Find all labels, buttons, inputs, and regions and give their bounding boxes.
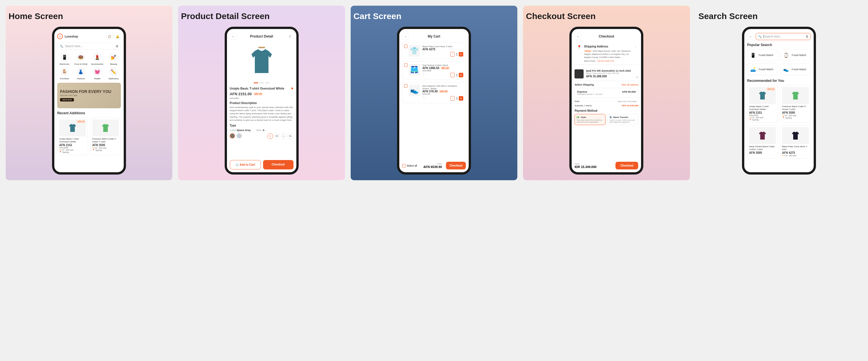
product-card[interactable]: 10% off Uniqlo Basic T-shirt Oversized W…	[747, 85, 778, 123]
product-price: AFN 3595	[749, 151, 776, 154]
category-grid: 📱Electronic🍩Food & Drink💄Accessories💅Bea…	[57, 53, 121, 80]
chevron-right-icon: ›	[635, 45, 636, 62]
star-icon: ★	[782, 114, 784, 117]
share-icon[interactable]: ⤴	[287, 33, 293, 40]
favorite-icon[interactable]: ♡	[422, 96, 425, 101]
size-option[interactable]: L	[281, 133, 287, 139]
order-item: Ipad Pro 6th Generation 11 inch 2022 Spa…	[575, 67, 638, 81]
note-input[interactable]: Type any message...	[617, 100, 639, 103]
qty-minus-button[interactable]: -	[450, 52, 455, 57]
total-label: Total	[420, 163, 442, 165]
star-icon: ★	[92, 147, 94, 149]
search-icon: 🔍	[758, 35, 762, 38]
order-name: Ipad Pro 6th Generation 11 inch 2022	[586, 69, 634, 72]
promo-banner[interactable]: FASHION FOR EVERY YOU Discover Your Styl…	[57, 83, 121, 108]
item-checkbox[interactable]	[404, 45, 408, 48]
product-card[interactable]: Freedom Band Collar P. Green T-shirt AFN…	[90, 118, 121, 155]
checkout-button[interactable]: Checkout	[615, 162, 638, 169]
add-to-cart-button[interactable]: 🛒 Add to Cart	[230, 160, 261, 169]
search-input[interactable]: 🔍 Search here... ☰	[57, 43, 121, 50]
swatch-light[interactable]	[237, 133, 242, 138]
shipping-price: AFN 50.000	[622, 90, 636, 93]
payment-cash[interactable]: 💵Cash Pay cash when the medicine arrives…	[575, 114, 606, 125]
category-item[interactable]: 💄Accessories	[90, 53, 105, 65]
notification-icon[interactable]: 📋	[106, 33, 113, 40]
color-value: Space Gray	[237, 129, 251, 132]
cart-item: 👟 New Balance 550 Men's Sneakers Shoes -…	[402, 82, 466, 103]
favorite-icon[interactable]: ♡	[422, 52, 425, 57]
category-label: Stationery	[108, 77, 119, 80]
shipping-estimate: Estimated arrival 9 - 10 June	[577, 93, 636, 95]
item-checkbox[interactable]	[404, 63, 408, 67]
product-price: AFN 2151	[749, 111, 776, 114]
address-title: Shipping Address	[584, 45, 633, 48]
checkout-button[interactable]: Checkout	[263, 160, 293, 169]
category-icon: 💓	[93, 67, 102, 76]
category-label: Health	[94, 77, 100, 80]
carousel-dots[interactable]	[230, 83, 293, 83]
product-card[interactable]: Black Plain Crew Neck T-shirt AFN 4275 ★…	[780, 125, 811, 159]
star-icon: ★	[59, 149, 61, 151]
old-price: AFN 2390	[59, 147, 86, 149]
popular-search-item[interactable]: 📱Fossil Watch	[747, 49, 778, 61]
shipping-address-card[interactable]: 📍 Shipping Address Home5678 Maple Avenue…	[575, 43, 638, 65]
search-input[interactable]: 🔍 Search here... ☰	[756, 33, 811, 40]
checkout-button[interactable]: Checkout	[446, 162, 466, 169]
back-icon[interactable]: ←	[402, 33, 409, 40]
back-icon[interactable]: ←	[230, 33, 237, 40]
popular-label: Fossil Watch	[759, 68, 773, 71]
payment-title: Payment Method	[575, 109, 638, 112]
bell-icon[interactable]: 🔔	[114, 33, 121, 40]
popular-search-item[interactable]: ⌚Fossil Watch	[780, 49, 811, 61]
payment-cash-desc: Pay cash when the medicine arrives at th…	[577, 119, 603, 123]
popular-icon: ⌚	[783, 52, 789, 59]
popular-search-item[interactable]: 🛋️Fossil Watch	[747, 63, 778, 75]
size-option[interactable]: M	[274, 133, 280, 139]
payment-bank[interactable]: 🏦Bank Transfer Log in to your online acc…	[607, 114, 638, 125]
see-all-link[interactable]: See all options	[621, 83, 638, 86]
search-placeholder: Search here...	[65, 45, 114, 48]
panel-title: Search Screen	[699, 11, 758, 21]
qty-minus-button[interactable]: -	[450, 73, 455, 77]
qty-plus-button[interactable]: +	[459, 96, 463, 101]
item-checkbox[interactable]	[404, 84, 408, 88]
filter-icon[interactable]: ☰	[116, 45, 118, 48]
qty-plus-button[interactable]: +	[459, 73, 463, 77]
filter-icon[interactable]: ☰	[806, 35, 808, 38]
product-card[interactable]: Navy Printed Band Collar Cotton T-shirt …	[747, 125, 778, 159]
category-item[interactable]: 👗Fashion	[74, 67, 88, 80]
qty-plus-button[interactable]: +	[459, 52, 463, 57]
shipping-title: Select Shipping	[575, 83, 594, 86]
banner-cta-button[interactable]: SHOP NOW	[60, 98, 74, 101]
category-item[interactable]: 🪑Furniture	[57, 67, 72, 80]
cart-item-price: AFN 378.40	[422, 90, 438, 93]
popular-search-item[interactable]: 👟Fossil Watch	[780, 63, 811, 75]
location-icon: 📍	[749, 119, 752, 121]
cart-item-image: 👕	[409, 45, 420, 57]
back-icon[interactable]: ←	[575, 33, 581, 40]
location-icon: 📍	[782, 117, 785, 119]
qty-minus-button[interactable]: -	[450, 96, 455, 101]
category-item[interactable]: 💅Beauty	[106, 53, 121, 65]
favorite-icon[interactable]: ♥	[291, 86, 293, 91]
category-item[interactable]: 🍩Food & Drink	[74, 53, 88, 65]
swatch-gray[interactable]	[230, 133, 235, 138]
shipping-option[interactable]: AFN 50.000 Express Estimated arrival 9 -…	[575, 88, 638, 98]
product-title: Uniqlo Basic T-shirt Oversized White	[230, 87, 284, 90]
total-value: AFN 6539.90	[420, 165, 442, 169]
cart-item-image: 🩳	[409, 64, 420, 75]
size-option[interactable]: S	[267, 133, 273, 139]
product-card[interactable]: Freedom Band Collar P. Green T-shirt AFN…	[780, 85, 811, 123]
category-item[interactable]: 📱Electronic	[57, 53, 72, 65]
category-item[interactable]: 💓Health	[90, 67, 105, 80]
category-icon: 💄	[93, 53, 102, 62]
product-card[interactable]: 10% off Uniqlo Basic T-shirt Oversized W…	[57, 118, 88, 155]
back-icon[interactable]: ←	[747, 33, 754, 40]
product-grid: 10% off Uniqlo Basic T-shirt Oversized W…	[57, 118, 121, 155]
category-item[interactable]: ✏️Stationery	[106, 67, 121, 80]
cart-item: 👕 Black Plain Crew Neck T-shirt AFN 4275…	[402, 43, 466, 59]
favorite-icon[interactable]: ♡	[422, 73, 425, 77]
select-all-checkbox[interactable]	[402, 164, 406, 167]
size-option[interactable]: XL	[288, 133, 293, 139]
phone-frame: ← My Cart 👕 Black Plain Crew Neck T-shir…	[397, 27, 471, 174]
